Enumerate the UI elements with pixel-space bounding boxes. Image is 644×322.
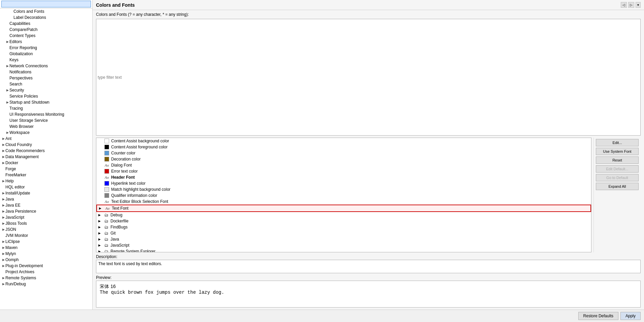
expand-arrow-notifications bbox=[5, 70, 9, 74]
color-item-debug[interactable]: ▶🗂Debug bbox=[96, 212, 591, 218]
sidebar-item-editors[interactable]: ▶Editors bbox=[0, 39, 92, 45]
sidebar-label-perspectives: Perspectives bbox=[9, 76, 91, 80]
sidebar-label-forge: Forge bbox=[5, 167, 91, 171]
apply-button[interactable]: Apply bbox=[620, 312, 641, 320]
sidebar-item-forge[interactable]: Forge bbox=[0, 166, 92, 172]
color-item-header-font[interactable]: AαHeader Font bbox=[96, 174, 591, 180]
sidebar-item-web-browser[interactable]: Web Browser bbox=[0, 123, 92, 130]
restore-defaults-button[interactable]: Restore Defaults bbox=[578, 312, 618, 320]
edit-default-button[interactable]: Edit Default... bbox=[596, 165, 639, 173]
color-label-javascript-item: JavaScript bbox=[110, 243, 129, 248]
sidebar-item-liclipse[interactable]: ▶LiClipse bbox=[0, 239, 92, 245]
expand-arrow-label-decorations bbox=[9, 15, 13, 20]
color-item-java-item[interactable]: ▶🗂Java bbox=[96, 236, 591, 242]
sidebar-filter-input[interactable]: type filter text bbox=[1, 1, 91, 7]
sidebar-item-cloud-foundry[interactable]: ▶Cloud Foundry bbox=[0, 142, 92, 148]
expand-icon-java-item: ▶ bbox=[98, 238, 102, 241]
sidebar-item-capabilities[interactable]: Capabilities bbox=[0, 21, 92, 27]
preview-text: The quick brown fox jumps over the lazy … bbox=[100, 290, 637, 295]
sidebar-item-colors-fonts[interactable]: Colors and Fonts bbox=[0, 8, 92, 14]
expand-icon-javascript-item: ▶ bbox=[98, 244, 102, 247]
sidebar-item-hql-editor[interactable]: HQL editor bbox=[0, 184, 92, 190]
nav-dropdown-button[interactable]: ▾ bbox=[636, 2, 641, 8]
color-item-content-assist-fg[interactable]: Content Assist foreground color bbox=[96, 144, 591, 150]
sidebar-item-compare-patch[interactable]: Compare/Patch bbox=[0, 27, 92, 33]
color-item-error-text-color[interactable]: Error text color bbox=[96, 168, 591, 174]
sidebar-item-code-recommenders[interactable]: ▶Code Recommenders bbox=[0, 148, 92, 154]
sidebar-item-keys[interactable]: Keys bbox=[0, 57, 92, 63]
sidebar-item-java-ee[interactable]: ▶Java EE bbox=[0, 202, 92, 208]
sidebar-item-java-persistence[interactable]: ▶Java Persistence bbox=[0, 208, 92, 214]
color-item-findbugs[interactable]: ▶🗂FindBugs bbox=[96, 224, 591, 230]
expand-arrow-java: ▶ bbox=[1, 197, 5, 201]
sidebar-item-network-connections[interactable]: ▶Network Connections bbox=[0, 63, 92, 69]
sidebar-label-editors: Editors bbox=[9, 39, 91, 44]
sidebar-item-data-management[interactable]: ▶Data Management bbox=[0, 154, 92, 160]
color-item-dockerfile[interactable]: ▶🗂Dockerfile bbox=[96, 218, 591, 224]
color-item-content-assist-bg[interactable]: Content Assist background color bbox=[96, 138, 591, 144]
sidebar-label-run-debug: Run/Debug bbox=[5, 282, 91, 286]
sidebar-item-javascript[interactable]: ▶JavaScript bbox=[0, 214, 92, 220]
sidebar-item-search[interactable]: Search bbox=[0, 81, 92, 87]
color-item-remote-system-explorer[interactable]: ▶🗂Remote System Explorer bbox=[96, 248, 591, 252]
color-item-decoration-color[interactable]: Decoration color bbox=[96, 156, 591, 162]
expand-arrow-freemarker bbox=[1, 173, 5, 177]
color-item-qualifier-info-color[interactable]: Qualifier information color bbox=[96, 192, 591, 199]
sidebar-item-remote-systems[interactable]: ▶Remote Systems bbox=[0, 275, 92, 281]
sidebar-item-json[interactable]: ▶JSON bbox=[0, 226, 92, 232]
expand-arrow-forge bbox=[1, 167, 5, 171]
use-system-font-button[interactable]: Use System Font bbox=[596, 148, 639, 155]
sidebar-item-security[interactable]: ▶Security bbox=[0, 87, 92, 93]
sidebar-item-tracing[interactable]: Tracing bbox=[0, 105, 92, 111]
sidebar-item-jboss-tools[interactable]: ▶JBoss Tools bbox=[0, 220, 92, 226]
sidebar-item-content-types[interactable]: Content Types bbox=[0, 33, 92, 39]
folder-icon-dockerfile: 🗂 bbox=[104, 219, 108, 223]
sidebar-label-json: JSON bbox=[5, 227, 91, 232]
sidebar-item-help[interactable]: ▶Help bbox=[0, 178, 92, 184]
sidebar-item-startup-shutdown[interactable]: ▶Startup and Shutdown bbox=[0, 99, 92, 105]
sidebar-item-user-storage[interactable]: User Storage Service bbox=[0, 117, 92, 123]
reset-button[interactable]: Reset bbox=[596, 156, 639, 164]
folder-icon-remote-system-explorer: 🗂 bbox=[104, 249, 108, 252]
color-item-match-highlight-bg[interactable]: Match highlight background color bbox=[96, 186, 591, 192]
sidebar-label-content-types: Content Types bbox=[9, 33, 91, 38]
sidebar-item-service-policies[interactable]: Service Policies bbox=[0, 93, 92, 99]
expand-arrow-docker: ▶ bbox=[1, 161, 5, 165]
sidebar-item-mylyn[interactable]: ▶Mylyn bbox=[0, 251, 92, 257]
expand-arrow-search bbox=[5, 82, 9, 86]
content-filter-input[interactable] bbox=[96, 19, 641, 136]
sidebar-item-oomph[interactable]: ▶Oomph bbox=[0, 257, 92, 263]
go-to-default-button[interactable]: Go to Default bbox=[596, 174, 639, 181]
sidebar-item-jvm-monitor[interactable]: JVM Monitor bbox=[0, 232, 92, 239]
color-label-match-highlight-bg: Match highlight background color bbox=[111, 187, 170, 192]
color-item-text-font[interactable]: ▶AαText Font bbox=[96, 205, 591, 212]
nav-back-button[interactable]: ◁ bbox=[621, 2, 627, 8]
color-item-git[interactable]: ▶🗂Git bbox=[96, 230, 591, 236]
color-item-javascript-item[interactable]: ▶🗂JavaScript bbox=[96, 242, 591, 248]
sidebar-item-java[interactable]: ▶Java bbox=[0, 196, 92, 202]
nav-forward-button[interactable]: ▷ bbox=[628, 2, 634, 8]
sidebar-item-run-debug[interactable]: ▶Run/Debug bbox=[0, 281, 92, 287]
edit-button[interactable]: Edit... bbox=[596, 139, 639, 146]
folder-icon-findbugs: 🗂 bbox=[104, 225, 108, 229]
color-item-dialog-font[interactable]: AαDialog Font bbox=[96, 162, 591, 168]
sidebar-item-error-reporting[interactable]: Error Reporting bbox=[0, 45, 92, 51]
sidebar-item-workspace[interactable]: ▶Workspace bbox=[0, 130, 92, 136]
sidebar-item-docker[interactable]: ▶Docker bbox=[0, 160, 92, 166]
color-item-hyperlink-text-color[interactable]: Hyperlink text color bbox=[96, 180, 591, 186]
sidebar-label-data-management: Data Management bbox=[5, 154, 91, 159]
color-item-counter-color[interactable]: Counter color bbox=[96, 150, 591, 156]
sidebar-item-project-archives[interactable]: Project Archives bbox=[0, 269, 92, 275]
sidebar-item-plug-in-dev[interactable]: ▶Plug-in Development bbox=[0, 263, 92, 269]
sidebar-item-ui-responsiveness[interactable]: UI Responsiveness Monitoring bbox=[0, 111, 92, 117]
sidebar-item-perspectives[interactable]: Perspectives bbox=[0, 75, 92, 81]
sidebar-item-globalization[interactable]: Globalization bbox=[0, 51, 92, 57]
sidebar-item-install-update[interactable]: ▶Install/Update bbox=[0, 190, 92, 196]
sidebar-item-notifications[interactable]: Notifications bbox=[0, 69, 92, 75]
sidebar-item-maven[interactable]: ▶Maven bbox=[0, 245, 92, 251]
expand-all-button[interactable]: Expand All bbox=[596, 183, 639, 190]
sidebar-item-ant[interactable]: ▶Ant bbox=[0, 136, 92, 142]
color-item-text-editor-block[interactable]: AαText Editor Block Selection Font bbox=[96, 199, 591, 205]
sidebar-item-freemarker[interactable]: FreeMarker bbox=[0, 172, 92, 178]
sidebar-item-label-decorations[interactable]: Label Decorations bbox=[0, 14, 92, 21]
